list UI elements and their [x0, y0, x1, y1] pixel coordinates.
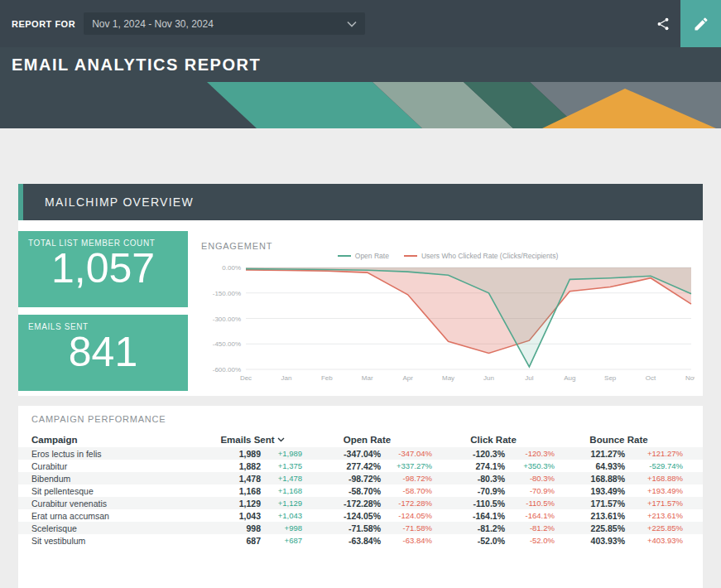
metric-delta-cell: -120.3%	[505, 449, 555, 458]
campaign-name: Curabitur venenatis	[18, 499, 203, 508]
campaign-performance-title: CAMPAIGN PERFORMANCE	[18, 412, 703, 432]
table-header-row: Campaign Emails Sent Open Rate Click Rat…	[18, 432, 703, 447]
metric-delta-cell: +1,168	[261, 486, 302, 495]
x-axis-tick-label: Jul	[525, 374, 533, 382]
metric-delta-cell: +1,043	[261, 511, 302, 520]
metric-value-cell: -98.72%	[302, 474, 381, 484]
metric-delta-cell: +1,478	[261, 474, 302, 483]
metric-delta-cell: +225.85%	[625, 523, 683, 533]
metric-value-cell: 1,043	[203, 511, 261, 521]
engagement-chart: 0.00%-150.00%-300.00%-450.00%-600.00%Dec…	[201, 262, 695, 386]
table-row: Eros lectus in felis1,989+1,989-347.04%-…	[18, 447, 703, 460]
metric-value-cell: -58.70%	[302, 486, 381, 496]
metric-value-cell: 225.85%	[555, 523, 625, 533]
metric-value-cell: -172.28%	[302, 499, 381, 508]
metric-value: 841	[28, 330, 178, 375]
column-header-campaign: Campaign	[18, 435, 203, 445]
metric-delta-cell: +350.3%	[505, 461, 555, 470]
metric-value-cell: 1,882	[203, 461, 261, 471]
overview-panel: TOTAL LIST MEMBER COUNT 1,057 EMAILS SEN…	[18, 220, 703, 396]
metric-delta-cell: +171.57%	[625, 499, 683, 508]
table-row: Curabitur venenatis1,129+1,129-172.28%-1…	[18, 497, 703, 509]
y-axis-tick-label: -600.00%	[213, 366, 241, 374]
metric-delta-cell: -70.9%	[505, 486, 555, 495]
column-header-emails-sent[interactable]: Emails Sent	[203, 435, 302, 445]
metric-delta-cell: -80.3%	[505, 474, 555, 483]
legend-item: Open Rate	[338, 252, 389, 260]
edit-button[interactable]	[680, 0, 721, 47]
share-button[interactable]	[646, 0, 680, 47]
x-axis-tick-label: Nov	[685, 374, 695, 382]
topbar: REPORT FOR Nov 1, 2024 - Nov 30, 2024	[0, 0, 721, 47]
report-title: EMAIL ANALYTICS REPORT	[12, 55, 261, 75]
metric-delta-cell: +1,375	[261, 461, 302, 470]
column-header-click-rate: Click Rate	[432, 435, 555, 445]
campaign-performance-panel: CAMPAIGN PERFORMANCE Campaign Emails Sen…	[18, 406, 703, 588]
x-axis-tick-label: Aug	[564, 374, 575, 382]
metric-value-cell: 121.27%	[555, 449, 625, 459]
metric-delta-cell: +168.88%	[625, 474, 683, 483]
metric-value-cell: 1,129	[203, 499, 261, 508]
metric-value-cell: 274.1%	[432, 461, 505, 471]
legend-label: Open Rate	[355, 252, 389, 260]
metric-delta-cell: +687	[261, 536, 302, 545]
legend-item: Users Who Clicked Rate (Clicks/Recipient…	[404, 252, 558, 260]
metric-value-cell: 1,478	[203, 474, 261, 484]
section-title: MAILCHIMP OVERVIEW	[45, 195, 194, 209]
metric-delta-cell: -58.70%	[381, 486, 432, 495]
share-icon	[656, 17, 671, 31]
chart-legend: Open RateUsers Who Clicked Rate (Clicks/…	[201, 252, 695, 260]
metric-value-cell: -120.3%	[432, 449, 505, 459]
metric-delta-cell: -98.72%	[381, 474, 432, 483]
date-range-dropdown[interactable]: Nov 1, 2024 - Nov 30, 2024	[84, 12, 365, 35]
metric-value-cell: -71.58%	[302, 523, 381, 533]
metric-value-cell: 277.42%	[302, 461, 381, 471]
campaign-name: Sit vestibulum	[18, 536, 203, 546]
x-axis-tick-label: May	[442, 374, 454, 382]
campaign-name: Sit pellentesque	[18, 486, 203, 496]
x-axis-tick-label: Mar	[362, 374, 373, 382]
page: REPORT FOR Nov 1, 2024 - Nov 30, 2024	[0, 0, 721, 588]
campaign-table-body: Eros lectus in felis1,989+1,989-347.04%-…	[18, 447, 703, 547]
table-row: Sit pellentesque1,168+1,168-58.70%-58.70…	[18, 484, 703, 497]
y-axis-tick-label: 0.00%	[222, 264, 241, 272]
metric-value-cell: -80.3%	[432, 474, 505, 484]
metric-value-cell: 213.61%	[555, 511, 625, 521]
metric-value-cell: -164.1%	[432, 511, 505, 521]
metric-column: TOTAL LIST MEMBER COUNT 1,057 EMAILS SEN…	[18, 231, 188, 391]
metric-delta-cell: -52.0%	[505, 536, 555, 545]
report-card: MAILCHIMP OVERVIEW TOTAL LIST MEMBER COU…	[18, 184, 703, 588]
metric-value-cell: 193.49%	[555, 486, 625, 496]
metric-delta-cell: +403.93%	[625, 536, 683, 545]
metric-delta-cell: +1,989	[261, 449, 302, 458]
metric-value-cell: -63.84%	[302, 536, 381, 546]
campaign-name: Erat urna accumsan	[18, 511, 203, 521]
campaign-name: Scelerisque	[18, 523, 203, 533]
section-accent-bar	[18, 184, 23, 220]
metric-delta-cell: -164.1%	[505, 511, 555, 520]
legend-label: Users Who Clicked Rate (Clicks/Recipient…	[421, 252, 558, 260]
metric-delta-cell: -81.2%	[505, 523, 555, 533]
x-axis-tick-label: Jun	[483, 374, 494, 382]
metric-delta-cell: -63.84%	[381, 536, 432, 545]
x-axis-tick-label: Feb	[321, 374, 333, 382]
metric-delta-cell: -347.04%	[381, 449, 432, 458]
table-row: Scelerisque998+998-71.58%-71.58%-81.2%-8…	[18, 522, 703, 534]
x-axis-tick-label: Dec	[240, 374, 252, 382]
legend-swatch	[404, 255, 417, 257]
metric-delta-cell: +337.27%	[381, 461, 432, 470]
metric-value-cell: 687	[203, 536, 261, 546]
metric-delta-cell: +213.61%	[625, 511, 683, 520]
pencil-icon	[693, 16, 709, 32]
metric-value-cell: -52.0%	[432, 536, 505, 546]
table-row: Erat urna accumsan1,043+1,043-124.05%-12…	[18, 509, 703, 522]
metric-value-cell: 1,989	[203, 449, 261, 459]
metric-value-cell: 403.93%	[555, 536, 625, 546]
campaign-name: Eros lectus in felis	[18, 449, 203, 459]
column-header-bounce-rate: Bounce Rate	[555, 435, 683, 445]
metric-delta-cell: +1,129	[261, 499, 302, 508]
metric-card-total-list-member-count: TOTAL LIST MEMBER COUNT 1,057	[18, 231, 188, 307]
metric-delta-cell: -71.58%	[381, 523, 432, 533]
campaign-name: Curabitur	[18, 461, 203, 471]
y-axis-tick-label: -450.00%	[213, 340, 241, 348]
